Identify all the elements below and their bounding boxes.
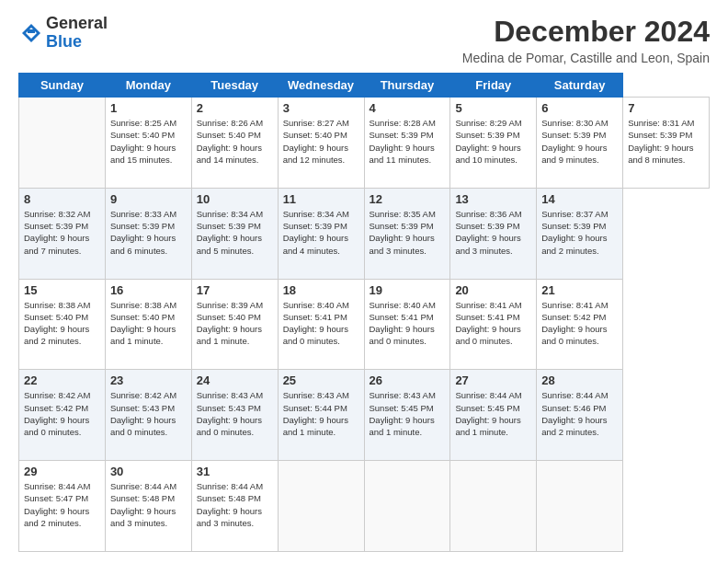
day-info: Sunrise: 8:25 AMSunset: 5:40 PMDaylight:… <box>110 117 187 166</box>
day-cell: 11Sunrise: 8:34 AMSunset: 5:39 PMDayligh… <box>278 188 364 279</box>
day-cell: 27Sunrise: 8:44 AMSunset: 5:45 PMDayligh… <box>450 370 537 461</box>
day-cell: 12Sunrise: 8:35 AMSunset: 5:39 PMDayligh… <box>364 188 450 279</box>
day-cell: 7Sunrise: 8:31 AMSunset: 5:39 PMDaylight… <box>623 98 710 189</box>
day-number: 25 <box>283 373 359 387</box>
day-number: 3 <box>283 101 359 115</box>
day-cell: 17Sunrise: 8:39 AMSunset: 5:40 PMDayligh… <box>191 279 278 370</box>
day-number: 17 <box>197 283 273 297</box>
day-number: 14 <box>541 192 618 206</box>
day-info: Sunrise: 8:44 AMSunset: 5:48 PMDaylight:… <box>197 480 273 529</box>
page: General Blue December 2024 Medina de Pom… <box>0 0 728 563</box>
header: General Blue December 2024 Medina de Pom… <box>18 15 710 65</box>
day-number: 4 <box>370 101 446 115</box>
day-cell: 6Sunrise: 8:30 AMSunset: 5:39 PMDaylight… <box>537 98 623 189</box>
day-number: 22 <box>24 373 100 387</box>
day-number: 26 <box>370 373 446 387</box>
day-info: Sunrise: 8:27 AMSunset: 5:40 PMDaylight:… <box>283 117 359 166</box>
logo-text: General Blue <box>46 15 108 52</box>
day-info: Sunrise: 8:44 AMSunset: 5:45 PMDaylight:… <box>455 389 531 438</box>
day-info: Sunrise: 8:40 AMSunset: 5:41 PMDaylight:… <box>283 299 359 348</box>
day-cell: 29Sunrise: 8:44 AMSunset: 5:47 PMDayligh… <box>19 461 106 552</box>
day-info: Sunrise: 8:26 AMSunset: 5:40 PMDaylight:… <box>197 117 273 166</box>
week-row-4: 22Sunrise: 8:42 AMSunset: 5:42 PMDayligh… <box>19 370 710 461</box>
day-number: 28 <box>541 373 618 387</box>
day-number: 27 <box>455 373 531 387</box>
day-number: 20 <box>455 283 531 297</box>
day-number: 10 <box>197 192 273 206</box>
day-cell: 26Sunrise: 8:43 AMSunset: 5:45 PMDayligh… <box>364 370 450 461</box>
day-number: 30 <box>110 465 187 478</box>
day-cell: 31Sunrise: 8:44 AMSunset: 5:48 PMDayligh… <box>191 461 278 552</box>
day-info: Sunrise: 8:30 AMSunset: 5:39 PMDaylight:… <box>541 117 618 166</box>
day-number: 12 <box>370 192 446 206</box>
day-number: 18 <box>283 283 359 297</box>
day-info: Sunrise: 8:39 AMSunset: 5:40 PMDaylight:… <box>197 299 273 348</box>
day-cell: 2Sunrise: 8:26 AMSunset: 5:40 PMDaylight… <box>191 98 278 189</box>
day-cell: 22Sunrise: 8:42 AMSunset: 5:42 PMDayligh… <box>19 370 106 461</box>
day-info: Sunrise: 8:35 AMSunset: 5:39 PMDaylight:… <box>370 208 446 257</box>
day-number: 7 <box>628 101 704 115</box>
day-number: 2 <box>197 101 273 115</box>
week-row-1: 1Sunrise: 8:25 AMSunset: 5:40 PMDaylight… <box>19 98 710 189</box>
day-cell: 8Sunrise: 8:32 AMSunset: 5:39 PMDaylight… <box>19 188 106 279</box>
week-row-3: 15Sunrise: 8:38 AMSunset: 5:40 PMDayligh… <box>19 279 710 370</box>
day-number: 9 <box>110 192 187 206</box>
day-cell: 28Sunrise: 8:44 AMSunset: 5:46 PMDayligh… <box>537 370 623 461</box>
day-number: 15 <box>24 283 100 297</box>
day-info: Sunrise: 8:43 AMSunset: 5:45 PMDaylight:… <box>370 389 446 438</box>
day-cell <box>19 98 106 189</box>
col-header-sunday: Sunday <box>19 74 106 98</box>
day-info: Sunrise: 8:38 AMSunset: 5:40 PMDaylight:… <box>110 299 187 348</box>
day-info: Sunrise: 8:29 AMSunset: 5:39 PMDaylight:… <box>455 117 531 166</box>
day-cell: 1Sunrise: 8:25 AMSunset: 5:40 PMDaylight… <box>105 98 191 189</box>
col-header-tuesday: Tuesday <box>191 74 278 98</box>
day-cell: 20Sunrise: 8:41 AMSunset: 5:41 PMDayligh… <box>450 279 537 370</box>
day-cell: 25Sunrise: 8:43 AMSunset: 5:44 PMDayligh… <box>278 370 364 461</box>
day-cell <box>537 461 623 552</box>
day-cell: 24Sunrise: 8:43 AMSunset: 5:43 PMDayligh… <box>191 370 278 461</box>
col-header-thursday: Thursday <box>364 74 450 98</box>
day-number: 13 <box>455 192 531 206</box>
week-row-5: 29Sunrise: 8:44 AMSunset: 5:47 PMDayligh… <box>19 461 710 552</box>
col-header-wednesday: Wednesday <box>278 74 364 98</box>
day-number: 6 <box>541 101 618 115</box>
day-info: Sunrise: 8:41 AMSunset: 5:41 PMDaylight:… <box>455 299 531 348</box>
day-cell: 14Sunrise: 8:37 AMSunset: 5:39 PMDayligh… <box>537 188 623 279</box>
day-cell: 4Sunrise: 8:28 AMSunset: 5:39 PMDaylight… <box>364 98 450 189</box>
calendar: SundayMondayTuesdayWednesdayThursdayFrid… <box>18 73 710 552</box>
day-info: Sunrise: 8:34 AMSunset: 5:39 PMDaylight:… <box>283 208 359 257</box>
header-row: SundayMondayTuesdayWednesdayThursdayFrid… <box>19 74 710 98</box>
day-info: Sunrise: 8:44 AMSunset: 5:46 PMDaylight:… <box>541 389 618 438</box>
day-cell <box>278 461 364 552</box>
day-number: 5 <box>455 101 531 115</box>
day-cell <box>450 461 537 552</box>
day-number: 1 <box>110 101 187 115</box>
day-number: 16 <box>110 283 187 297</box>
col-header-monday: Monday <box>105 74 191 98</box>
day-number: 23 <box>110 373 187 387</box>
month-title: December 2024 <box>462 15 710 49</box>
day-cell: 23Sunrise: 8:42 AMSunset: 5:43 PMDayligh… <box>105 370 191 461</box>
day-info: Sunrise: 8:43 AMSunset: 5:43 PMDaylight:… <box>197 389 273 438</box>
day-cell: 16Sunrise: 8:38 AMSunset: 5:40 PMDayligh… <box>105 279 191 370</box>
week-row-2: 8Sunrise: 8:32 AMSunset: 5:39 PMDaylight… <box>19 188 710 279</box>
day-number: 8 <box>24 192 100 206</box>
day-cell: 30Sunrise: 8:44 AMSunset: 5:48 PMDayligh… <box>105 461 191 552</box>
day-info: Sunrise: 8:37 AMSunset: 5:39 PMDaylight:… <box>541 208 618 257</box>
day-info: Sunrise: 8:42 AMSunset: 5:42 PMDaylight:… <box>24 389 100 438</box>
day-info: Sunrise: 8:33 AMSunset: 5:39 PMDaylight:… <box>110 208 187 257</box>
logo: General Blue <box>18 15 108 52</box>
logo-blue: Blue <box>46 33 108 52</box>
col-header-saturday: Saturday <box>537 74 623 98</box>
title-section: December 2024 Medina de Pomar, Castille … <box>462 15 710 65</box>
day-cell: 19Sunrise: 8:40 AMSunset: 5:41 PMDayligh… <box>364 279 450 370</box>
day-info: Sunrise: 8:32 AMSunset: 5:39 PMDaylight:… <box>24 208 100 257</box>
day-info: Sunrise: 8:40 AMSunset: 5:41 PMDaylight:… <box>370 299 446 348</box>
day-number: 24 <box>197 373 273 387</box>
day-info: Sunrise: 8:43 AMSunset: 5:44 PMDaylight:… <box>283 389 359 438</box>
logo-icon <box>18 20 44 46</box>
day-info: Sunrise: 8:41 AMSunset: 5:42 PMDaylight:… <box>541 299 618 348</box>
day-info: Sunrise: 8:28 AMSunset: 5:39 PMDaylight:… <box>370 117 446 166</box>
day-info: Sunrise: 8:44 AMSunset: 5:47 PMDaylight:… <box>24 480 100 529</box>
day-cell: 13Sunrise: 8:36 AMSunset: 5:39 PMDayligh… <box>450 188 537 279</box>
